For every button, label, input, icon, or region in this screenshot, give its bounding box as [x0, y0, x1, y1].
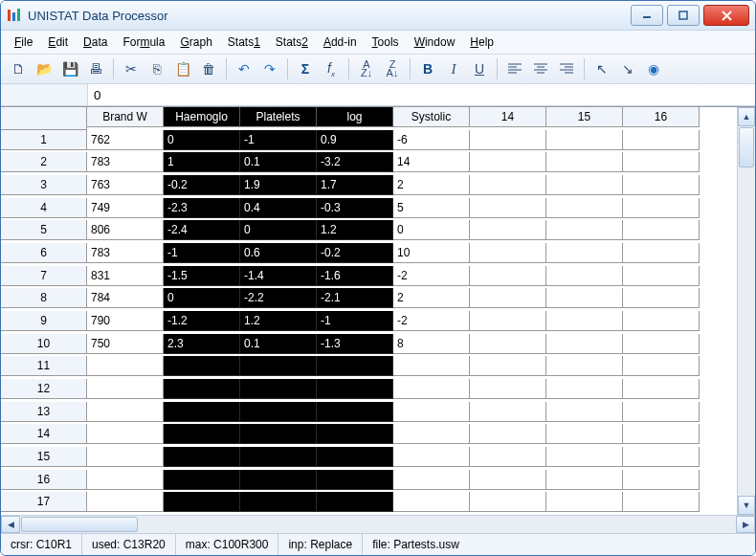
grid-cell[interactable]: [470, 266, 546, 286]
grid-cell[interactable]: -1: [317, 311, 393, 331]
grid-cell[interactable]: [164, 356, 240, 376]
grid-cell[interactable]: [164, 402, 240, 422]
grid-cell[interactable]: [470, 379, 546, 399]
close-button[interactable]: [703, 5, 749, 26]
scroll-thumb[interactable]: [21, 517, 138, 532]
grid-cell[interactable]: -6: [393, 130, 470, 150]
grid-cell[interactable]: 1.9: [240, 175, 317, 195]
grid-cell[interactable]: -1.2: [164, 311, 240, 331]
grid-cell[interactable]: [623, 311, 700, 331]
align-center-button[interactable]: [529, 57, 552, 80]
column-header[interactable]: Platelets: [240, 107, 317, 127]
grid-cell[interactable]: [470, 447, 546, 467]
grid-cell[interactable]: 1: [164, 152, 240, 172]
sort-desc-button[interactable]: ZA↓: [381, 57, 404, 80]
grid-cell[interactable]: [87, 424, 164, 444]
row-header[interactable]: 3: [1, 175, 87, 195]
grid-cell[interactable]: [470, 470, 546, 490]
grid-cell[interactable]: [546, 220, 623, 240]
menu-edit[interactable]: Edit: [40, 33, 76, 52]
redo-button[interactable]: ↷: [258, 57, 281, 80]
grid-cell[interactable]: [87, 379, 164, 399]
row-header[interactable]: 12: [1, 379, 87, 399]
arrow-se-button[interactable]: ↘: [616, 57, 639, 80]
grid-cell[interactable]: [240, 356, 317, 376]
grid-cell[interactable]: 784: [87, 288, 164, 308]
grid-cell[interactable]: [470, 424, 546, 444]
grid-cell[interactable]: [623, 243, 700, 263]
grid-cell[interactable]: -0.2: [317, 243, 393, 263]
grid-cell[interactable]: [393, 402, 470, 422]
menu-tools[interactable]: Tools: [365, 33, 407, 52]
grid-cell[interactable]: 783: [87, 243, 164, 263]
grid-cell[interactable]: [546, 402, 623, 422]
underline-button[interactable]: U: [468, 57, 491, 80]
grid-cell[interactable]: 0: [240, 220, 317, 240]
column-header[interactable]: Haemoglo: [164, 107, 240, 127]
grid-cell[interactable]: [240, 470, 317, 490]
grid-cell[interactable]: [164, 379, 240, 399]
grid-cell[interactable]: [470, 220, 546, 240]
grid-cell[interactable]: [393, 356, 470, 376]
grid-cell[interactable]: 1.7: [317, 175, 393, 195]
open-button[interactable]: 📂: [33, 57, 56, 80]
row-header[interactable]: 17: [1, 492, 87, 512]
grid-cell[interactable]: [393, 379, 470, 399]
row-header[interactable]: 4: [1, 198, 87, 218]
vertical-scrollbar[interactable]: ▲ ▼: [737, 107, 755, 515]
grid-cell[interactable]: -2.4: [164, 220, 240, 240]
row-header[interactable]: 2: [1, 152, 87, 172]
grid-cell[interactable]: [623, 152, 700, 172]
grid-cell[interactable]: 1.2: [317, 220, 393, 240]
grid-corner[interactable]: [1, 107, 87, 130]
grid-cell[interactable]: [470, 311, 546, 331]
grid-cell[interactable]: [623, 198, 700, 218]
grid-cell[interactable]: [623, 220, 700, 240]
row-header[interactable]: 8: [1, 288, 87, 308]
grid-cell[interactable]: 0.6: [240, 243, 317, 263]
formula-input[interactable]: [88, 84, 755, 105]
grid-cell[interactable]: [546, 175, 623, 195]
row-header[interactable]: 14: [1, 424, 87, 444]
grid-cell[interactable]: -2: [393, 311, 470, 331]
grid-cell[interactable]: [317, 379, 393, 399]
grid-cell[interactable]: [317, 402, 393, 422]
grid-cell[interactable]: 0: [164, 288, 240, 308]
row-header[interactable]: 10: [1, 334, 87, 354]
grid-cell[interactable]: [546, 152, 623, 172]
italic-button[interactable]: I: [442, 57, 465, 80]
grid-cell[interactable]: 2: [393, 175, 470, 195]
menu-stats2[interactable]: Stats2: [268, 33, 316, 52]
grid-cell[interactable]: 0.1: [240, 334, 317, 354]
menu-help[interactable]: Help: [462, 33, 501, 52]
grid-cell[interactable]: [317, 424, 393, 444]
grid-cell[interactable]: [87, 492, 164, 512]
grid-cell[interactable]: [87, 470, 164, 490]
grid-cell[interactable]: [623, 356, 700, 376]
grid-cell[interactable]: [164, 424, 240, 444]
grid-cell[interactable]: [623, 447, 700, 467]
grid-cell[interactable]: 5: [393, 198, 470, 218]
row-header[interactable]: 7: [1, 266, 87, 286]
grid-cell[interactable]: [470, 152, 546, 172]
scroll-track[interactable]: [738, 168, 755, 496]
grid-cell[interactable]: [164, 470, 240, 490]
grid-cell[interactable]: 0: [393, 220, 470, 240]
undo-button[interactable]: ↶: [233, 57, 256, 80]
row-header[interactable]: 9: [1, 311, 87, 331]
cut-button[interactable]: ✂: [120, 57, 143, 80]
scroll-right-button[interactable]: ▶: [736, 516, 755, 533]
minimize-button[interactable]: [631, 5, 663, 26]
grid-cell[interactable]: -1: [240, 130, 317, 150]
grid-cell[interactable]: 763: [87, 175, 164, 195]
column-header[interactable]: log: [317, 107, 393, 127]
grid-cell[interactable]: 783: [87, 152, 164, 172]
print-button[interactable]: 🖶: [84, 57, 107, 80]
grid-cell[interactable]: [393, 470, 470, 490]
grid-cell[interactable]: 831: [87, 266, 164, 286]
grid-cell[interactable]: [240, 492, 317, 512]
grid-cell[interactable]: 0: [164, 130, 240, 150]
grid-cell[interactable]: -0.2: [164, 175, 240, 195]
grid-cell[interactable]: -1: [164, 243, 240, 263]
align-right-button[interactable]: [555, 57, 578, 80]
